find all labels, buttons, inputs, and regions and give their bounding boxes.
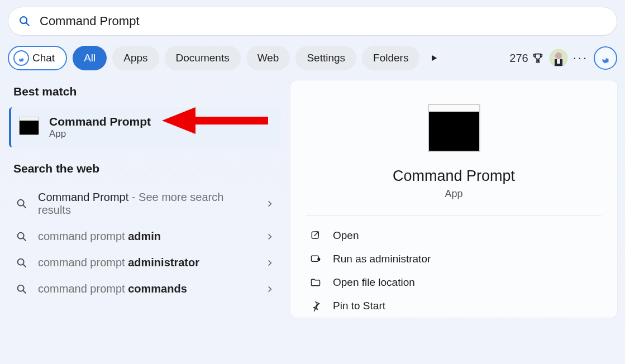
web-result[interactable]: command prompt administrator bbox=[8, 250, 282, 276]
filter-all[interactable]: All bbox=[73, 46, 107, 70]
search-icon bbox=[16, 283, 28, 295]
chevron-right-icon bbox=[266, 285, 274, 293]
filter-row: Chat All Apps Documents Web Settings Fol… bbox=[0, 36, 625, 70]
more-options[interactable]: ··· bbox=[573, 51, 588, 65]
filter-apps[interactable]: Apps bbox=[112, 46, 159, 70]
web-result[interactable]: Command Prompt - See more search results bbox=[8, 184, 282, 223]
svg-point-10 bbox=[18, 258, 24, 265]
filter-settings[interactable]: Settings bbox=[295, 46, 356, 70]
action-pin-start-label: Pin to Start bbox=[333, 300, 385, 312]
svg-point-12 bbox=[18, 285, 24, 291]
search-input[interactable] bbox=[39, 13, 607, 29]
svg-point-0 bbox=[20, 17, 27, 23]
svg-line-11 bbox=[23, 264, 26, 267]
command-prompt-preview-icon bbox=[428, 109, 480, 152]
svg-point-8 bbox=[18, 232, 24, 238]
chat-label: Chat bbox=[32, 52, 55, 64]
trophy-icon bbox=[532, 52, 544, 64]
results-column: Best match Command Prompt App Search the… bbox=[8, 80, 282, 318]
svg-rect-5 bbox=[557, 59, 560, 64]
action-open-location-label: Open file location bbox=[333, 276, 415, 289]
svg-rect-15 bbox=[312, 256, 319, 261]
chevron-right-icon bbox=[266, 200, 274, 208]
svg-line-1 bbox=[26, 23, 30, 26]
best-match-title: Command Prompt bbox=[49, 115, 151, 128]
bing-chat-icon bbox=[13, 50, 29, 66]
preview-title: Command Prompt bbox=[306, 167, 602, 185]
chevron-right-icon bbox=[266, 259, 274, 267]
command-prompt-icon bbox=[19, 119, 39, 135]
search-icon bbox=[16, 198, 28, 210]
search-bar[interactable] bbox=[8, 7, 617, 36]
web-result[interactable]: command prompt commands bbox=[8, 276, 282, 302]
filter-more-scroll[interactable] bbox=[425, 49, 443, 67]
annotation-arrow bbox=[162, 104, 268, 137]
rewards-points[interactable]: 276 bbox=[509, 52, 543, 65]
search-icon bbox=[16, 257, 28, 269]
preview-subtitle: App bbox=[306, 188, 602, 200]
search-icon bbox=[16, 231, 28, 243]
bing-orb-icon[interactable] bbox=[594, 46, 617, 70]
shield-icon bbox=[309, 253, 322, 265]
search-icon bbox=[18, 15, 31, 27]
filter-folders[interactable]: Folders bbox=[362, 46, 419, 70]
best-match-item[interactable]: Command Prompt App bbox=[9, 107, 280, 147]
pin-icon bbox=[309, 300, 322, 312]
user-avatar[interactable] bbox=[550, 49, 567, 67]
divider bbox=[306, 215, 602, 216]
action-pin-start[interactable]: Pin to Start bbox=[306, 294, 602, 318]
chevron-right-icon bbox=[266, 233, 274, 241]
chat-pill[interactable]: Chat bbox=[8, 46, 67, 70]
svg-line-7 bbox=[23, 205, 26, 208]
svg-line-9 bbox=[23, 238, 26, 241]
action-open-location[interactable]: Open file location bbox=[306, 271, 602, 294]
action-run-admin-label: Run as administrator bbox=[333, 253, 431, 265]
open-icon bbox=[309, 229, 322, 242]
svg-point-6 bbox=[18, 200, 24, 206]
best-match-subtitle: App bbox=[49, 128, 151, 140]
action-open-label: Open bbox=[333, 229, 359, 242]
web-result[interactable]: command prompt admin bbox=[8, 223, 282, 250]
filter-web[interactable]: Web bbox=[246, 46, 290, 70]
content-area: Best match Command Prompt App Search the… bbox=[0, 70, 625, 318]
preview-panel: Command Prompt App Open Run as administr… bbox=[290, 80, 617, 318]
folder-icon bbox=[309, 276, 322, 289]
best-match-heading: Best match bbox=[13, 85, 282, 98]
filter-documents[interactable]: Documents bbox=[165, 46, 241, 70]
svg-line-13 bbox=[23, 290, 26, 293]
action-run-admin[interactable]: Run as administrator bbox=[306, 247, 602, 271]
action-open[interactable]: Open bbox=[306, 224, 602, 247]
search-web-heading: Search the web bbox=[13, 162, 282, 175]
points-value: 276 bbox=[509, 52, 528, 65]
svg-point-3 bbox=[555, 52, 562, 59]
